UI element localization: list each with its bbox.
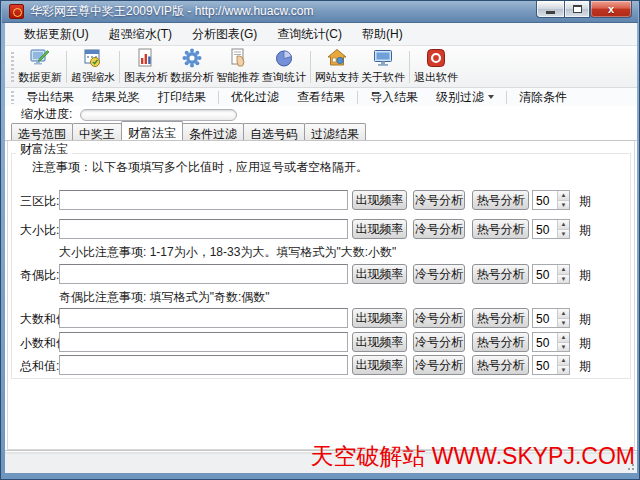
filter-row-small-sum: 小数和值:出现频率冷号分析热号分析▲▼期 bbox=[8, 332, 634, 352]
toolbar-button-level-filter[interactable]: 级别过滤 bbox=[427, 88, 503, 107]
tab-page-fortune: 财富法宝 注意事项：以下各项填写多个比值时，应用逗号或者空格隔开。 三区比:出现… bbox=[7, 141, 635, 450]
toolbar-button-website-support[interactable]: 网站支持 bbox=[314, 46, 360, 87]
big-small-ratio-cold-button[interactable]: 冷号分析 bbox=[413, 219, 465, 239]
toolbar-button-view-results[interactable]: 查看结果 bbox=[288, 88, 354, 107]
three-zone-ratio-frequency-button[interactable]: 出现频率 bbox=[352, 190, 407, 210]
toolbar-button-smart-recommend[interactable]: 智能推荐 bbox=[215, 46, 261, 87]
toolbar-button-redeem-results[interactable]: 结果兑奖 bbox=[83, 88, 149, 107]
three-zone-ratio-periods-input[interactable] bbox=[533, 191, 557, 209]
spinner-up-icon[interactable]: ▲ bbox=[558, 265, 569, 274]
three-zone-ratio-input[interactable] bbox=[59, 190, 348, 210]
spinner-up-icon[interactable]: ▲ bbox=[558, 191, 569, 200]
toolbar-button-clear-conditions[interactable]: 清除条件 bbox=[510, 88, 576, 107]
total-sum-cold-button[interactable]: 冷号分析 bbox=[413, 355, 465, 375]
toolbar-button-label: 关于软件 bbox=[361, 70, 405, 86]
toolbar-button-chart-analysis[interactable]: 图表分析 bbox=[123, 46, 169, 87]
spinner-up-icon[interactable]: ▲ bbox=[558, 309, 569, 318]
menu-bar: 数据更新(U)超强缩水(T)分析图表(G)查询统计(C)帮助(H) bbox=[5, 23, 637, 46]
menu-query-stats[interactable]: 查询统计(C) bbox=[267, 23, 352, 46]
three-zone-ratio-cold-button[interactable]: 冷号分析 bbox=[413, 190, 465, 210]
small-sum-hot-button[interactable]: 热号分析 bbox=[472, 332, 529, 352]
toolbar-button-data-update[interactable]: 数据更新 bbox=[17, 46, 63, 87]
big-sum-input[interactable] bbox=[59, 308, 348, 328]
spinner-up-icon[interactable]: ▲ bbox=[558, 333, 569, 342]
menu-analysis-charts[interactable]: 分析图表(G) bbox=[182, 23, 267, 46]
small-sum-periods-input[interactable] bbox=[533, 333, 557, 351]
odd-even-ratio-note: 奇偶比注意事项: 填写格式为"奇数:偶数" bbox=[59, 289, 559, 306]
tab-自选号码[interactable]: 自选号码 bbox=[243, 123, 305, 140]
spinner-up-icon[interactable]: ▲ bbox=[558, 220, 569, 229]
toolbar-button-label: 数据分析 bbox=[170, 70, 214, 86]
close-icon: x bbox=[608, 3, 614, 15]
odd-even-ratio-cold-button[interactable]: 冷号分析 bbox=[413, 264, 465, 284]
spinner-down-icon[interactable]: ▼ bbox=[558, 200, 569, 210]
total-sum-hot-button[interactable]: 热号分析 bbox=[472, 355, 529, 375]
toolbar-button-label: 超强缩水 bbox=[71, 70, 115, 86]
odd-even-ratio-periods-spinner: ▲▼ bbox=[532, 264, 570, 284]
minimize-button[interactable] bbox=[536, 1, 564, 18]
big-sum-cold-button[interactable]: 冷号分析 bbox=[413, 308, 465, 328]
big-small-ratio-frequency-button[interactable]: 出现频率 bbox=[352, 219, 407, 239]
spinner-up-icon[interactable]: ▲ bbox=[558, 356, 569, 365]
big-small-ratio-hot-button[interactable]: 热号分析 bbox=[472, 219, 529, 239]
toolbar-button-label: 图表分析 bbox=[124, 70, 168, 86]
toolbar-grip[interactable] bbox=[11, 52, 14, 82]
menu-help[interactable]: 帮助(H) bbox=[352, 23, 413, 46]
small-sum-cold-button[interactable]: 冷号分析 bbox=[413, 332, 465, 352]
tab-条件过滤[interactable]: 条件过滤 bbox=[182, 123, 244, 140]
dropdown-arrow-icon bbox=[488, 95, 494, 99]
spinner-down-icon[interactable]: ▼ bbox=[558, 318, 569, 328]
groupbox-caption: 财富法宝 bbox=[16, 141, 72, 158]
tab-选号范围[interactable]: 选号范围 bbox=[11, 123, 73, 140]
total-sum-input[interactable] bbox=[59, 355, 348, 375]
odd-even-ratio-hot-button[interactable]: 热号分析 bbox=[472, 264, 529, 284]
spinner-down-icon[interactable]: ▼ bbox=[558, 229, 569, 239]
toolbar-button-export-results[interactable]: 导出结果 bbox=[17, 88, 83, 107]
big-small-ratio-periods-input[interactable] bbox=[533, 220, 557, 238]
pie-chart-icon bbox=[273, 47, 295, 69]
big-sum-frequency-button[interactable]: 出现频率 bbox=[352, 308, 407, 328]
toolbar-button-super-shrink[interactable]: 超强缩水 bbox=[70, 46, 116, 87]
filter-row-odd-even-ratio: 奇偶比:出现频率冷号分析热号分析▲▼期 bbox=[8, 264, 634, 284]
toolbar-button-import-results[interactable]: 导入结果 bbox=[361, 88, 427, 107]
three-zone-ratio-hot-button[interactable]: 热号分析 bbox=[472, 190, 529, 210]
big-small-ratio-input[interactable] bbox=[59, 219, 348, 239]
close-button[interactable]: x bbox=[590, 1, 632, 18]
tab-过滤结果[interactable]: 过滤结果 bbox=[304, 123, 366, 140]
big-sum-hot-button[interactable]: 热号分析 bbox=[472, 308, 529, 328]
maximize-button[interactable] bbox=[564, 1, 590, 18]
app-icon bbox=[9, 4, 24, 19]
toolbar-button-optimize-filter[interactable]: 优化过滤 bbox=[222, 88, 288, 107]
toolbar-grip[interactable] bbox=[11, 91, 14, 104]
odd-even-ratio-periods-input[interactable] bbox=[533, 265, 557, 283]
small-sum-input[interactable] bbox=[59, 332, 348, 352]
big-sum-periods-input[interactable] bbox=[533, 309, 557, 327]
big-small-ratio-periods-spinner: ▲▼ bbox=[532, 219, 570, 239]
spinner-down-icon[interactable]: ▼ bbox=[558, 274, 569, 284]
toolbar-button-query-stats[interactable]: 查询统计 bbox=[261, 46, 307, 87]
odd-even-ratio-input[interactable] bbox=[59, 264, 348, 284]
shrink-progress-bar bbox=[80, 109, 237, 121]
big-sum-periods-spinner: ▲▼ bbox=[532, 308, 570, 328]
toolbar-button-about-software[interactable]: 关于软件 bbox=[360, 46, 406, 87]
spinner-down-icon[interactable]: ▼ bbox=[558, 365, 569, 375]
total-sum-periods-input[interactable] bbox=[533, 356, 557, 374]
three-zone-ratio-periods-spinner: ▲▼ bbox=[532, 190, 570, 210]
small-sum-frequency-button[interactable]: 出现频率 bbox=[352, 332, 407, 352]
toolbar-button-exit-software[interactable]: 退出软件 bbox=[413, 46, 459, 87]
spinner-down-icon[interactable]: ▼ bbox=[558, 342, 569, 352]
toolbar-button-data-analysis[interactable]: 数据分析 bbox=[169, 46, 215, 87]
filter-row-total-sum: 总和值:出现频率冷号分析热号分析▲▼期 bbox=[8, 355, 634, 375]
title-bar[interactable]: 华彩网至尊中奖王2009VIP版 - http://www.huacw.com … bbox=[2, 1, 638, 23]
tab-财富法宝[interactable]: 财富法宝 bbox=[121, 121, 183, 140]
tab-中奖王[interactable]: 中奖王 bbox=[72, 123, 122, 140]
odd-even-ratio-frequency-button[interactable]: 出现频率 bbox=[352, 264, 407, 284]
menu-super-shrink[interactable]: 超强缩水(T) bbox=[99, 23, 182, 46]
window-title: 华彩网至尊中奖王2009VIP版 - http://www.huacw.com bbox=[30, 3, 313, 20]
toolbar-button-print-results[interactable]: 打印结果 bbox=[149, 88, 215, 107]
total-sum-frequency-button[interactable]: 出现频率 bbox=[352, 355, 407, 375]
tab-strip: 选号范围中奖王财富法宝条件过滤自选号码过滤结果 bbox=[5, 123, 637, 141]
monitor-icon bbox=[372, 47, 394, 69]
toolbar-separator bbox=[310, 51, 311, 83]
menu-data-update[interactable]: 数据更新(U) bbox=[14, 23, 99, 46]
